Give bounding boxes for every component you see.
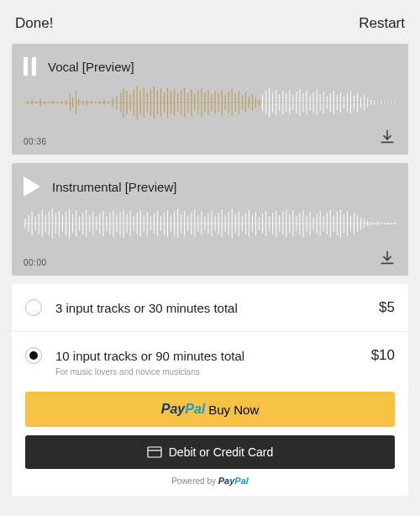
download-instrumental-button[interactable]	[378, 249, 396, 267]
credit-card-button[interactable]: Debit or Credit Card	[25, 435, 395, 469]
plan-a-label: 3 input tracks or 30 minutes total	[55, 301, 379, 315]
app-root: Done! Restart Vocal [Preview] 00:36	[0, 0, 420, 496]
plan-b-label: 10 input tracks or 90 minutes total	[55, 349, 371, 363]
card-icon	[147, 446, 162, 458]
pause-button[interactable]	[24, 57, 36, 76]
plan-a-price: $5	[379, 299, 395, 316]
radio-unchecked-icon	[25, 299, 42, 316]
radio-checked-icon	[25, 347, 42, 364]
paypal-logo-icon: PayPal	[218, 476, 249, 486]
timecode-vocal: 00:36	[24, 137, 47, 146]
buynow-label: Buy Now	[208, 403, 259, 417]
download-vocal-button[interactable]	[378, 128, 396, 146]
status-text: Done!	[15, 15, 53, 32]
checkout-panel: PayPal Buy Now Debit or Credit Card Powe…	[12, 387, 408, 496]
svg-rect-217	[148, 447, 161, 457]
waveform-instrumental[interactable]	[24, 203, 396, 244]
pricing-panel: 3 input tracks or 30 minutes total $5 10…	[12, 284, 408, 496]
paypal-buynow-button[interactable]: PayPal Buy Now	[25, 392, 395, 427]
track-instrumental-title: Instrumental [Preview]	[52, 180, 176, 194]
plan-b-subtitle: For music lovers and novice musicians	[12, 367, 408, 387]
play-button[interactable]	[24, 176, 40, 197]
paypal-logo-icon: PayPal	[161, 402, 205, 417]
track-instrumental-foot: 00:00	[24, 249, 396, 267]
cc-label: Debit or Credit Card	[169, 445, 274, 459]
track-vocal: Vocal [Preview] 00:36	[12, 44, 408, 155]
powered-by: Powered by PayPal	[25, 469, 395, 489]
track-vocal-foot: 00:36	[24, 128, 396, 146]
track-vocal-head: Vocal [Preview]	[24, 57, 396, 76]
track-instrumental: Instrumental [Preview] 00:00	[12, 163, 408, 276]
download-icon	[378, 249, 396, 267]
timecode-instrumental: 00:00	[24, 258, 47, 267]
track-instrumental-head: Instrumental [Preview]	[24, 176, 396, 197]
track-vocal-title: Vocal [Preview]	[48, 60, 134, 74]
download-icon	[378, 128, 396, 146]
waveform-vocal[interactable]	[24, 82, 396, 123]
plan-option-b[interactable]: 10 input tracks or 90 minutes total $10	[12, 332, 408, 367]
header: Done! Restart	[12, 12, 408, 44]
restart-button[interactable]: Restart	[359, 15, 405, 32]
plan-option-a[interactable]: 3 input tracks or 30 minutes total $5	[12, 284, 408, 332]
plan-b-price: $10	[371, 347, 395, 364]
